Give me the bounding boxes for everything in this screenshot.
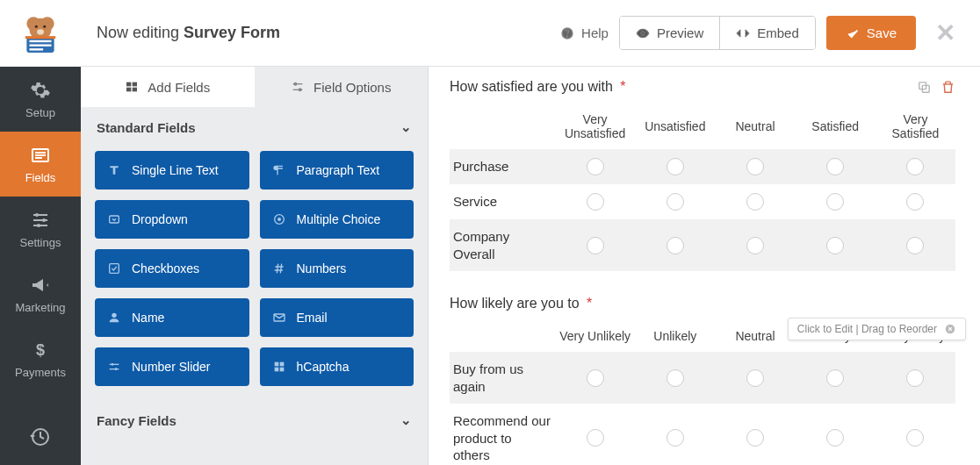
svg-rect-28	[133, 88, 137, 92]
nav-marketing[interactable]: Marketing	[0, 261, 81, 326]
topbar: Now editing Survey Form Help Preview Emb…	[81, 0, 980, 67]
text-icon	[107, 163, 121, 177]
standard-fields-header[interactable]: Standard Fields ⌄	[81, 107, 428, 147]
svg-point-4	[43, 25, 46, 28]
svg-point-23	[567, 35, 568, 36]
save-button[interactable]: Save	[826, 16, 916, 50]
radio[interactable]	[587, 158, 604, 175]
radio[interactable]	[906, 193, 924, 211]
radio[interactable]	[826, 237, 844, 254]
radio[interactable]	[587, 237, 604, 254]
svg-point-3	[35, 25, 38, 28]
radio[interactable]	[667, 193, 684, 211]
svg-rect-26	[133, 82, 137, 87]
field-email[interactable]: Email	[260, 298, 414, 337]
eye-icon	[636, 26, 650, 40]
radio[interactable]	[667, 158, 684, 175]
dollar-icon: $	[30, 340, 51, 361]
radio[interactable]	[906, 429, 924, 447]
field-paragraph-text[interactable]: Paragraph Text	[260, 151, 414, 190]
tab-field-options[interactable]: Field Options	[255, 67, 429, 107]
logo[interactable]	[0, 0, 81, 67]
svg-point-42	[115, 368, 118, 370]
field-name[interactable]: Name	[95, 298, 249, 337]
fancy-fields-header[interactable]: Fancy Fields ⌄	[81, 400, 428, 440]
radio[interactable]	[826, 429, 844, 447]
field-checkboxes[interactable]: Checkboxes	[95, 249, 249, 288]
close-circle-icon[interactable]	[944, 323, 956, 335]
help-icon	[560, 26, 574, 40]
likert-row[interactable]: Buy from us again	[450, 352, 955, 404]
radio[interactable]	[667, 429, 684, 447]
radio[interactable]	[826, 193, 844, 211]
field-dropdown[interactable]: Dropdown	[95, 200, 249, 239]
nav-fields[interactable]: Fields	[0, 132, 81, 197]
svg-point-16	[35, 213, 39, 217]
likert-2: Very Unlikely Unlikely Neutral Likely Ve…	[450, 320, 955, 465]
radio[interactable]	[667, 237, 684, 254]
field-number-slider[interactable]: Number Slider	[95, 347, 249, 386]
svg-point-18	[42, 218, 46, 222]
field-options-icon	[291, 80, 305, 94]
radio[interactable]	[746, 369, 764, 387]
fields-panel: Add Fields Field Options Standard Fields…	[81, 67, 429, 465]
trash-icon[interactable]	[940, 80, 955, 95]
field-multiple-choice[interactable]: Multiple Choice	[260, 200, 414, 239]
nav-setup[interactable]: Setup	[0, 67, 81, 132]
radio[interactable]	[826, 158, 844, 175]
radio[interactable]	[746, 193, 764, 211]
help-button[interactable]: Help	[560, 25, 609, 40]
radio[interactable]	[587, 193, 604, 211]
svg-point-30	[294, 82, 297, 85]
nav-settings[interactable]: Settings	[0, 197, 81, 261]
field-single-line-text[interactable]: Single Line Text	[95, 151, 249, 190]
form-preview: How satisfied are you with * Very Unsati…	[429, 67, 980, 465]
svg-point-40	[112, 363, 114, 366]
likert-1: Very Unsatisfied Unsatisfied Neutral Sat…	[450, 104, 955, 271]
radio[interactable]	[906, 369, 924, 387]
vertical-nav: Setup Fields Settings Marketing $ Paymen…	[0, 0, 81, 465]
form-icon	[30, 145, 51, 166]
radio[interactable]	[906, 158, 924, 175]
svg-text:$: $	[36, 341, 45, 359]
hash-icon	[272, 261, 286, 275]
edit-hint-tooltip: Click to Edit | Drag to Reorder	[788, 318, 966, 340]
svg-point-20	[37, 224, 40, 227]
likert-row[interactable]: Recommend our product to others	[450, 404, 955, 465]
likert-row[interactable]: Company Overall	[450, 219, 955, 271]
likert-row[interactable]: Purchase	[450, 149, 955, 184]
close-button[interactable]: ✕	[926, 15, 964, 51]
add-fields-icon	[125, 80, 139, 94]
field-hcaptcha[interactable]: hCaptcha	[260, 347, 414, 386]
svg-point-24	[641, 32, 645, 35]
radio[interactable]	[746, 237, 764, 254]
radio[interactable]	[587, 369, 604, 387]
chevron-down-icon: ⌄	[400, 412, 412, 428]
likert-row[interactable]: Service	[450, 184, 955, 219]
question-title: How satisfied are you with *	[450, 79, 626, 95]
slider-icon	[107, 360, 121, 374]
preview-button[interactable]: Preview	[620, 17, 719, 49]
chevron-down-icon: ⌄	[400, 119, 412, 135]
question-2-header: How likely are you to *	[450, 296, 955, 311]
svg-rect-43	[274, 362, 278, 367]
field-numbers[interactable]: Numbers	[260, 249, 414, 288]
captcha-icon	[272, 360, 286, 374]
radio[interactable]	[587, 429, 604, 447]
tab-add-fields[interactable]: Add Fields	[81, 67, 255, 107]
history-icon	[30, 426, 51, 447]
radio[interactable]	[906, 237, 924, 254]
svg-rect-7	[30, 40, 52, 42]
svg-rect-33	[110, 216, 119, 223]
embed-button[interactable]: Embed	[719, 17, 815, 49]
radio[interactable]	[746, 158, 764, 175]
radio[interactable]	[826, 369, 844, 387]
code-icon	[736, 26, 750, 40]
duplicate-icon[interactable]	[917, 80, 932, 95]
radio[interactable]	[667, 369, 684, 387]
svg-rect-44	[279, 362, 284, 367]
nav-history[interactable]	[0, 409, 81, 465]
nav-payments[interactable]: $ Payments	[0, 326, 81, 391]
radio[interactable]	[746, 429, 764, 447]
person-icon	[107, 311, 121, 325]
